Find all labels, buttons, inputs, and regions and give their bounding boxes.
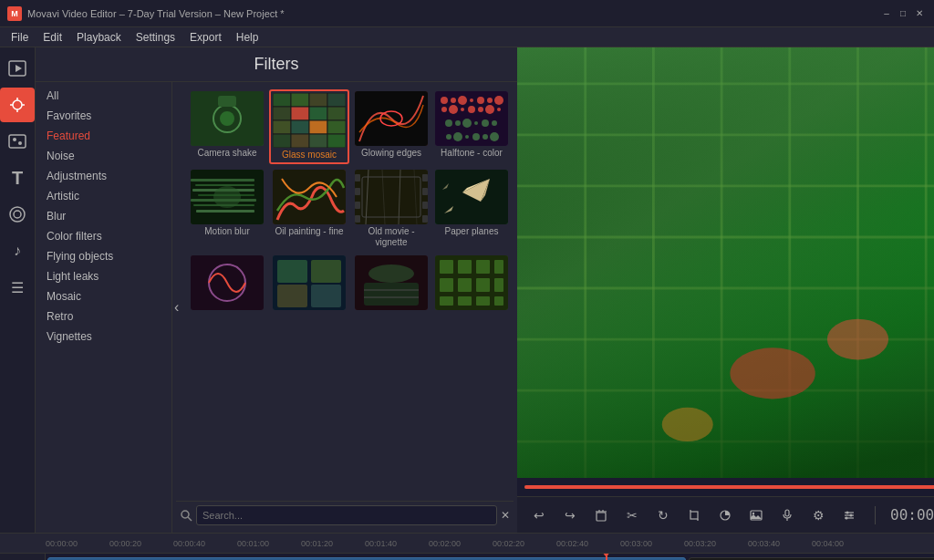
- timeline-content: 👁 🔊 ♪ 🔇 COBRA KAI Trailer 4 NEW (2018) K…: [0, 554, 934, 560]
- svg-rect-81: [355, 215, 360, 223]
- svg-rect-109: [458, 296, 472, 306]
- filter-cat-all[interactable]: All: [36, 86, 171, 106]
- menu-playback[interactable]: Playback: [69, 29, 129, 46]
- svg-point-41: [487, 98, 493, 103]
- titlebar: M Movavi Video Editor – 7-Day Trial Vers…: [0, 0, 934, 27]
- filter-thumb-glowing-edges: [355, 91, 428, 146]
- toolbar-effects-button[interactable]: [0, 88, 35, 122]
- audio-fx-button[interactable]: [835, 501, 864, 530]
- color-button[interactable]: [711, 501, 740, 530]
- time-display: 00:00:02.369: [879, 506, 934, 524]
- filter-cat-adjustments[interactable]: Adjustments: [36, 166, 171, 186]
- filter-thumb-extra4: [435, 255, 508, 310]
- filter-cat-artistic[interactable]: Artistic: [36, 186, 171, 206]
- svg-rect-111: [494, 296, 503, 306]
- filter-item-extra1[interactable]: [189, 254, 265, 314]
- filter-cat-flying-objects[interactable]: Flying objects: [36, 246, 171, 266]
- svg-rect-15: [218, 96, 236, 107]
- filter-cat-retro[interactable]: Retro: [36, 306, 171, 327]
- filter-item-motion-blur[interactable]: Motion blur: [189, 168, 265, 250]
- minimize-button[interactable]: –: [879, 6, 894, 21]
- filter-cat-mosaic[interactable]: Mosaic: [36, 286, 171, 306]
- svg-point-95: [368, 264, 414, 283]
- filter-cat-favorites[interactable]: Favorites: [36, 106, 171, 126]
- filter-cat-light-leaks[interactable]: Light leaks: [36, 266, 171, 286]
- rotate-button[interactable]: ↻: [649, 501, 678, 530]
- svg-rect-82: [422, 174, 428, 181]
- svg-rect-22: [291, 107, 309, 120]
- svg-rect-21: [273, 107, 291, 120]
- svg-rect-92: [277, 285, 307, 307]
- menu-help[interactable]: Help: [229, 29, 266, 46]
- filter-item-oil-painting[interactable]: Oil painting - fine: [269, 168, 349, 250]
- maximize-button[interactable]: □: [896, 6, 910, 21]
- filter-scroll-container[interactable]: Camera shake Glass mosaic: [185, 86, 514, 501]
- cut-button[interactable]: ✂: [617, 501, 647, 530]
- filter-cat-blur[interactable]: Blur: [36, 206, 171, 226]
- filter-cat-noise[interactable]: Noise: [36, 146, 171, 166]
- filter-item-extra4[interactable]: [433, 254, 510, 314]
- close-button[interactable]: ✕: [912, 6, 927, 21]
- time-prefix: 00:00:: [890, 506, 934, 524]
- filter-cat-featured[interactable]: Featured: [36, 126, 171, 146]
- filter-item-extra2[interactable]: [269, 254, 349, 314]
- menu-settings[interactable]: Settings: [129, 29, 182, 46]
- svg-point-11: [14, 211, 21, 218]
- ruler-tick-8: 00:02:40: [556, 539, 588, 548]
- svg-point-112: [182, 511, 189, 518]
- toolbar-media-button[interactable]: [0, 51, 35, 86]
- delete-button[interactable]: [586, 501, 616, 530]
- svg-point-42: [494, 96, 503, 105]
- svg-rect-79: [355, 188, 360, 195]
- svg-point-51: [455, 120, 461, 126]
- menu-file[interactable]: File: [4, 29, 36, 46]
- toolbar-filters-button[interactable]: [0, 124, 35, 159]
- filter-item-camera-shake[interactable]: Camera shake: [189, 89, 265, 164]
- svg-rect-17: [273, 93, 291, 107]
- scroll-left-arrow[interactable]: ‹: [174, 299, 179, 316]
- menu-export[interactable]: Export: [182, 29, 229, 46]
- menubar: File Edit Playback Settings Export Help: [0, 27, 934, 47]
- crop-button[interactable]: [680, 501, 709, 530]
- svg-rect-31: [309, 134, 327, 148]
- svg-rect-84: [422, 202, 428, 209]
- toolbar-transitions-button[interactable]: [0, 197, 35, 232]
- filter-item-glass-mosaic[interactable]: Glass mosaic: [269, 89, 349, 164]
- image-button[interactable]: [742, 501, 771, 530]
- filter-item-old-movie[interactable]: Old movie - vignette: [353, 168, 430, 250]
- svg-rect-78: [355, 174, 360, 181]
- filter-grid: Camera shake Glass mosaic: [185, 86, 514, 317]
- svg-point-154: [846, 511, 849, 513]
- filter-item-halftone-color[interactable]: Halftone - color: [433, 89, 510, 164]
- filter-item-extra3[interactable]: [353, 254, 430, 314]
- filter-cat-color-filters[interactable]: Color filters: [36, 226, 171, 246]
- filter-thumb-extra1: [191, 255, 264, 310]
- svg-rect-71: [273, 170, 346, 224]
- audio-rec-button[interactable]: [773, 501, 802, 530]
- menu-edit[interactable]: Edit: [36, 29, 69, 46]
- svg-rect-20: [327, 93, 346, 107]
- ruler-tick-6: 00:02:00: [429, 539, 461, 548]
- timeline-tracks[interactable]: COBRA KAI Trailer 4 NEW (2018) Karate Ki…: [46, 554, 934, 560]
- toolbar-audio-button[interactable]: ♪: [0, 233, 35, 268]
- timeline-area: 00:00:00 00:00:20 00:00:40 00:01:00 00:0…: [0, 533, 934, 560]
- filter-item-paper-planes[interactable]: Paper planes: [433, 168, 510, 250]
- svg-rect-133: [517, 47, 934, 478]
- filter-item-glowing-edges[interactable]: Glowing edges: [353, 89, 430, 164]
- toolbar-menu-button[interactable]: ☰: [0, 270, 35, 305]
- redo-button[interactable]: ↪: [555, 501, 585, 530]
- progress-track[interactable]: [524, 485, 934, 489]
- filter-cat-vignettes[interactable]: Vignettes: [36, 327, 171, 347]
- toolbar-text-button[interactable]: T: [0, 161, 35, 195]
- svg-point-43: [441, 107, 447, 112]
- svg-rect-104: [440, 278, 453, 292]
- svg-point-40: [477, 97, 484, 104]
- filter-search-input[interactable]: [196, 505, 497, 525]
- filter-thumb-old-movie: [355, 170, 428, 224]
- filter-search-clear[interactable]: ✕: [501, 509, 510, 522]
- settings-fx-button[interactable]: ⚙: [804, 501, 833, 530]
- filter-thumb-motion-blur: [191, 170, 264, 224]
- filter-label-halftone-color: Halftone - color: [441, 148, 503, 159]
- undo-button[interactable]: ↩: [524, 501, 554, 530]
- left-toolbar: T ♪ ☰: [0, 47, 36, 533]
